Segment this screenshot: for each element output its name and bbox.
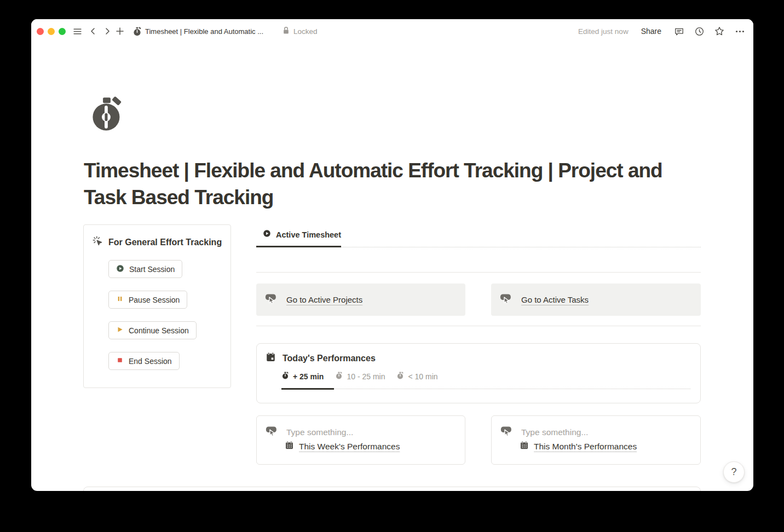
pause-session-button[interactable]: Pause Session [108, 291, 187, 309]
continue-session-button[interactable]: Continue Session [108, 321, 197, 339]
cursor-click-icon [92, 235, 103, 249]
page-favicon-stopwatch-icon [131, 25, 143, 37]
active-tab-underline [256, 246, 341, 247]
tab-under-10-min-label: < 10 min [408, 372, 437, 381]
end-session-label: End Session [129, 357, 172, 366]
sidebar-toggle-icon[interactable] [71, 25, 83, 37]
general-tracking-title: For General Effort Tracking [108, 238, 222, 247]
performance-duration-tabs: + 25 min 10 - 25 min [281, 372, 438, 381]
tab-row-rule [341, 247, 701, 247]
general-tracking-heading: For General Effort Tracking [92, 235, 222, 249]
play-circle-icon [116, 264, 124, 274]
comments-icon[interactable] [673, 25, 685, 37]
edited-status: Edited just now [578, 27, 629, 36]
goto-active-projects-button[interactable]: Go to Active Projects [256, 284, 465, 316]
goto-active-tasks-label: Go to Active Tasks [521, 295, 589, 304]
goto-active-projects-label: Go to Active Projects [286, 295, 362, 304]
start-session-button[interactable]: Start Session [108, 260, 182, 278]
calendar-grid-icon [285, 441, 294, 452]
divider [256, 272, 701, 273]
todays-performances-title: Today's Performances [283, 354, 376, 363]
tab-plus-25-min[interactable]: + 25 min [281, 372, 324, 381]
desktop-background: { "toolbar": { "tab_title": "Timesheet |… [0, 0, 784, 532]
tab-10-25-min[interactable]: 10 - 25 min [335, 372, 385, 381]
notion-window: Timesheet | Flexible and Automatic ... L… [31, 19, 753, 491]
play-circle-icon [263, 229, 271, 240]
help-button[interactable]: ? [723, 461, 745, 483]
button-click-icon [266, 425, 279, 439]
duration-tab-row-rule [334, 389, 690, 389]
window-tab-title[interactable]: Timesheet | Flexible and Automatic ... [145, 19, 263, 43]
goto-active-tasks-button[interactable]: Go to Active Tasks [491, 284, 701, 316]
pause-icon [116, 295, 124, 304]
toolbar-actions: Edited just now Share [578, 19, 746, 43]
next-section-card-partial [83, 487, 701, 491]
locked-label: Locked [293, 27, 318, 36]
week-input-area[interactable]: Type something... [266, 425, 353, 439]
lock-icon [283, 26, 290, 37]
stopwatch-icon [396, 372, 404, 381]
continue-session-label: Continue Session [129, 326, 189, 335]
tab-under-10-min[interactable]: < 10 min [396, 372, 437, 381]
todays-performances-card: Today's Performances + 25 min [256, 343, 701, 403]
play-icon [116, 326, 124, 335]
button-click-icon [500, 425, 514, 439]
stop-icon [116, 356, 124, 366]
locked-toggle[interactable]: Locked [283, 19, 318, 43]
active-timesheet-label: Active Timesheet [276, 230, 341, 239]
window-toolbar: Timesheet | Flexible and Automatic ... L… [31, 19, 753, 43]
end-session-button[interactable]: End Session [108, 352, 180, 370]
favorite-star-icon[interactable] [713, 25, 725, 37]
month-input-placeholder: Type something... [521, 427, 588, 437]
zoom-window-button[interactable] [59, 28, 66, 35]
more-options-icon[interactable] [734, 25, 746, 37]
button-click-icon [265, 293, 278, 307]
month-performances-card: Type something... This Month's Performan… [491, 415, 701, 465]
tab-10-25-min-label: 10 - 25 min [347, 372, 385, 381]
general-tracking-card: For General Effort Tracking Start Sessio… [83, 224, 231, 388]
pause-session-label: Pause Session [129, 296, 180, 304]
week-performances-card: Type something... This Week's Performanc… [256, 415, 465, 465]
button-click-icon [500, 293, 513, 307]
todays-performances-heading: Today's Performances [266, 352, 376, 365]
tab-active-timesheet[interactable]: Active Timesheet [263, 229, 341, 240]
month-performances-label: This Month's Performances [534, 442, 637, 452]
start-session-label: Start Session [129, 265, 175, 274]
week-input-placeholder: Type something... [286, 427, 353, 437]
back-icon[interactable] [87, 25, 99, 37]
updates-clock-icon[interactable] [693, 25, 705, 37]
week-performances-link[interactable]: This Week's Performances [285, 441, 400, 452]
stopwatch-icon [281, 372, 289, 381]
calendar-grid-icon [520, 441, 529, 452]
close-window-button[interactable] [37, 28, 44, 35]
active-duration-tab-underline [281, 388, 334, 390]
page-title[interactable]: Timesheet | Flexible and Automatic Effor… [84, 157, 704, 211]
new-tab-icon[interactable] [114, 25, 126, 37]
month-input-area[interactable]: Type something... [500, 425, 588, 439]
minimize-window-button[interactable] [48, 28, 55, 35]
tab-plus-25-min-label: + 25 min [293, 372, 324, 381]
week-performances-label: This Week's Performances [299, 442, 400, 452]
share-button[interactable]: Share [641, 27, 661, 36]
page-icon-stopwatch[interactable] [89, 96, 124, 131]
month-performances-link[interactable]: This Month's Performances [520, 441, 637, 452]
divider [256, 326, 701, 326]
calendar-icon [266, 352, 276, 365]
stopwatch-icon [335, 372, 343, 381]
forward-icon[interactable] [101, 25, 113, 37]
